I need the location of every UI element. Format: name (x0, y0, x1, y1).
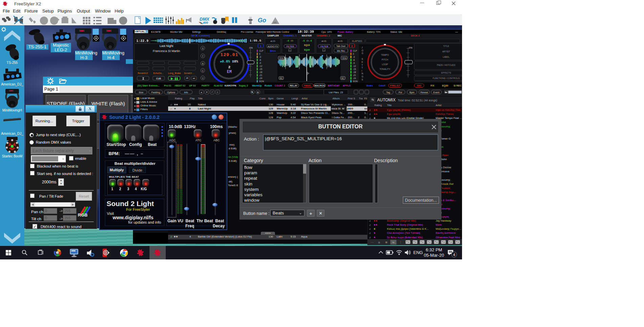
svg-text:400: 400 (203, 21, 208, 24)
svg-text:RGB: RGB (78, 212, 88, 218)
svg-text:Go: Go (258, 17, 266, 24)
svg-text:AA: AA (273, 21, 277, 24)
svg-text:♫: ♫ (56, 251, 59, 255)
